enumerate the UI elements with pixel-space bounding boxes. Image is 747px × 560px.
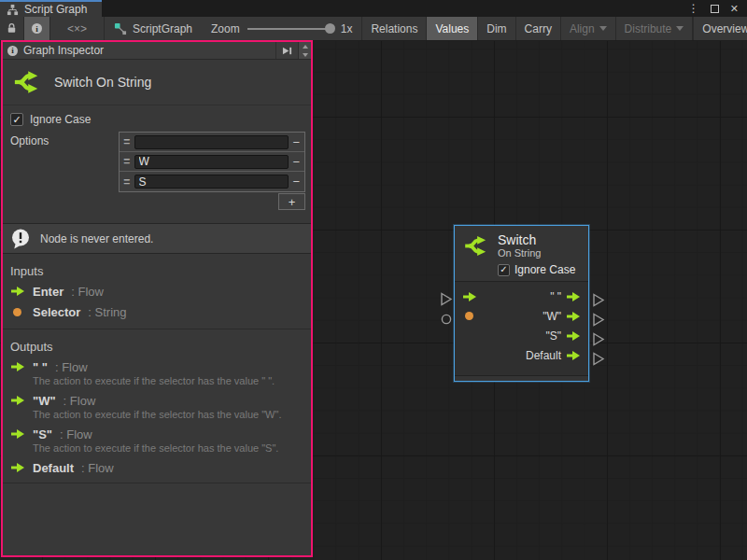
outputs-heading: Outputs: [3, 329, 311, 357]
align-label: Align: [570, 22, 595, 35]
ignore-case-checkbox[interactable]: ✓: [10, 113, 23, 126]
output-socket-space[interactable]: [592, 293, 605, 307]
switch-icon: [12, 68, 42, 96]
inspector-toggle-button[interactable]: i: [24, 17, 50, 40]
drag-handle-icon[interactable]: =: [120, 155, 134, 168]
close-icon[interactable]: ✕: [730, 4, 739, 14]
output-port-space: " " : Flow: [3, 357, 311, 377]
warning-text: Node is never entered.: [40, 232, 153, 245]
info-icon: i: [7, 46, 18, 56]
overview-label: Overview: [702, 22, 747, 35]
carry-button[interactable]: Carry: [516, 17, 561, 40]
output-socket-s[interactable]: [592, 332, 605, 346]
socket-triangle-icon: [592, 293, 605, 307]
socket-triangle-icon: [592, 332, 605, 346]
values-button[interactable]: Values: [427, 17, 478, 40]
remove-option-button[interactable]: −: [289, 175, 304, 189]
hierarchy-icon: [7, 4, 19, 16]
output-socket-w[interactable]: [592, 313, 605, 327]
lock-icon: [6, 22, 18, 35]
options-row: Options = − = − = −: [3, 132, 311, 210]
output-port-w: "W" : Flow: [3, 390, 311, 411]
tab-script-graph[interactable]: Script Graph: [0, 0, 102, 17]
output-port-w[interactable]: "W": [543, 310, 581, 323]
input-port-selector: Selector : String: [3, 301, 311, 322]
tab-label: Script Graph: [24, 3, 87, 16]
socket-triangle-icon: [592, 313, 605, 327]
code-icon: <×>: [67, 22, 87, 35]
port-type: : Flow: [71, 285, 104, 299]
scroll-up-button[interactable]: [299, 42, 311, 50]
titlebar: Script Graph ⋮ ✕: [0, 0, 747, 17]
zoom-control: Zoom 1x: [202, 17, 361, 40]
option-value-input[interactable]: [134, 135, 289, 149]
scroll-down-button[interactable]: [299, 50, 311, 59]
output-port-s: "S" : Flow: [3, 424, 311, 444]
zoom-slider[interactable]: [247, 28, 333, 30]
port-type: : Flow: [55, 360, 88, 374]
add-option-button[interactable]: +: [278, 193, 305, 210]
socket-circle-icon: [441, 314, 452, 325]
ignore-case-label: Ignore Case: [514, 263, 575, 276]
selector-socket[interactable]: [441, 314, 452, 325]
node-body: " " "W" "S" Default: [455, 282, 588, 375]
overview-button[interactable]: Overview: [694, 17, 747, 40]
output-port-default: Default : Flow: [3, 457, 311, 478]
graph-breadcrumb[interactable]: ScriptGraph: [105, 17, 202, 40]
remove-option-button[interactable]: −: [289, 155, 304, 169]
kebab-menu-icon[interactable]: ⋮: [688, 3, 699, 14]
flow-arrow-icon: [10, 429, 25, 439]
switch-on-string-node[interactable]: Switch On String ✓ Ignore Case " " "W": [454, 225, 589, 382]
options-label: Options: [3, 132, 117, 210]
node-subtitle: On String: [498, 247, 541, 259]
value-dot-icon: [13, 308, 21, 316]
window-controls: ⋮ ✕: [688, 0, 747, 17]
warning-box: Node is never entered.: [3, 223, 311, 254]
ignore-case-label: Ignore Case: [30, 113, 91, 126]
header-spacer: [104, 42, 275, 59]
drag-handle-icon[interactable]: =: [120, 175, 134, 189]
output-port-default[interactable]: Default: [526, 349, 581, 362]
port-name: Selector: [33, 305, 80, 319]
distribute-label: Distribute: [625, 22, 672, 35]
lock-button[interactable]: [0, 17, 24, 40]
port-description: The action to execute if the selector ha…: [33, 375, 311, 386]
align-button: Align: [561, 17, 616, 40]
port-description: The action to execute if the selector ha…: [33, 442, 311, 454]
selector-port[interactable]: [462, 312, 479, 320]
port-name: "W": [33, 394, 56, 408]
carry-label: Carry: [525, 22, 552, 35]
dim-button[interactable]: Dim: [478, 17, 515, 40]
option-row: = −: [120, 172, 304, 191]
dock-panel-button[interactable]: [275, 42, 298, 59]
maximize-icon[interactable]: [711, 5, 719, 13]
ignore-case-checkbox[interactable]: ✓: [498, 264, 510, 276]
port-description: The action to execute if the selector ha…: [33, 409, 311, 420]
panel-scrub: [298, 42, 311, 59]
port-type: : Flow: [81, 461, 114, 475]
port-name: " ": [33, 360, 48, 374]
input-port-enter: Enter : Flow: [3, 281, 311, 301]
output-socket-default[interactable]: [592, 352, 605, 366]
port-row-selector-w: "W": [455, 306, 588, 326]
zoom-slider-knob[interactable]: [325, 23, 335, 34]
output-port-s[interactable]: "S": [545, 329, 581, 343]
code-view-button[interactable]: <×>: [50, 17, 105, 40]
relations-button[interactable]: Relations: [361, 17, 427, 40]
enter-port[interactable]: [462, 292, 479, 301]
values-label: Values: [435, 22, 469, 35]
option-value-input[interactable]: [134, 155, 289, 169]
remove-option-button[interactable]: −: [289, 135, 304, 149]
output-port-space[interactable]: " ": [550, 290, 581, 303]
port-label: " ": [550, 290, 561, 303]
relations-label: Relations: [371, 22, 417, 35]
drag-handle-icon[interactable]: =: [120, 135, 134, 148]
enter-socket[interactable]: [440, 292, 453, 306]
socket-triangle-icon: [592, 352, 605, 366]
flow-arrow-icon: [566, 292, 581, 301]
flow-arrow-icon: [10, 362, 25, 371]
port-name: "S": [33, 427, 52, 441]
node-title: Switch: [498, 232, 541, 247]
option-value-input[interactable]: [134, 175, 289, 189]
node-header[interactable]: Switch On String ✓ Ignore Case: [455, 226, 588, 282]
